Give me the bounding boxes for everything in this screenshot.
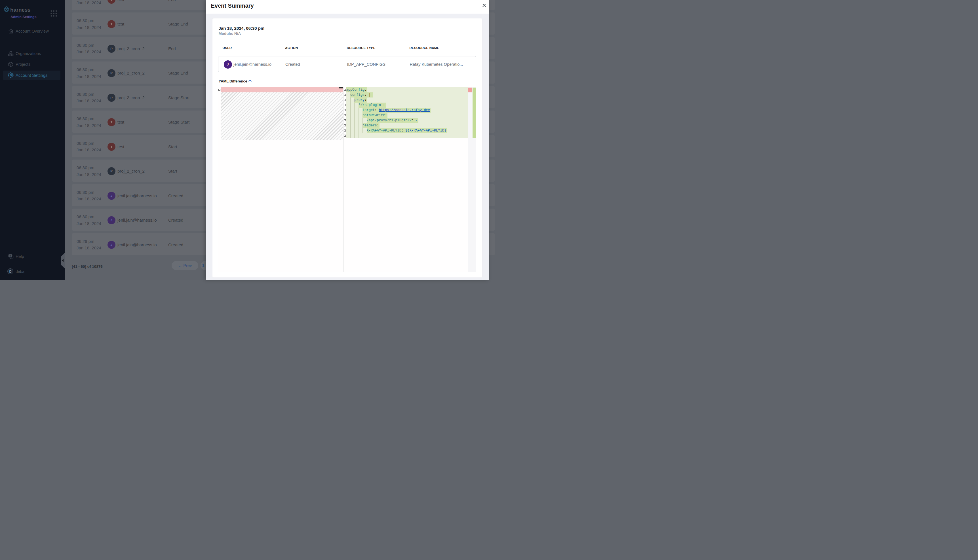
svg-text:?: ? [10, 255, 11, 257]
